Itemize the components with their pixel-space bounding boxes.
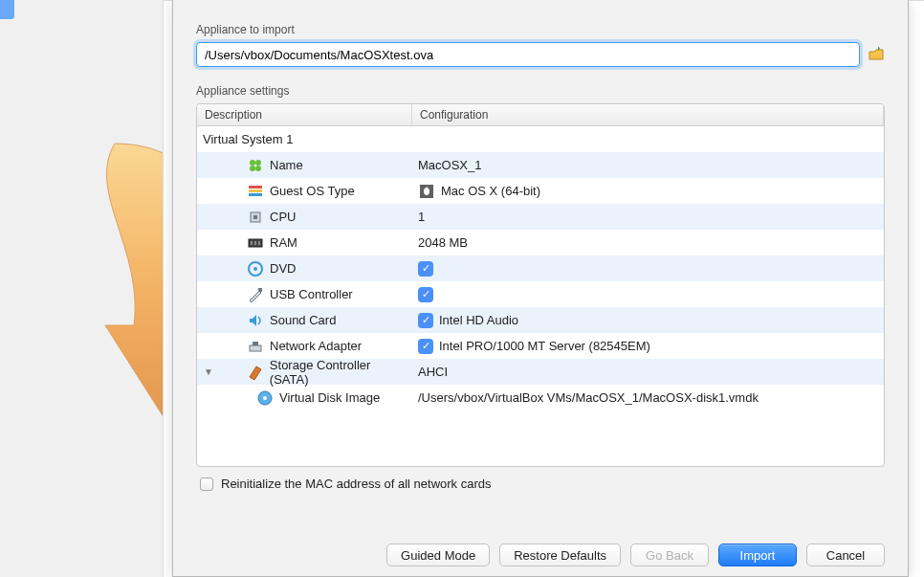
svg-rect-6	[249, 193, 262, 196]
row-configuration: 1	[418, 210, 425, 224]
row-configuration: Mac OS X (64-bit)	[441, 184, 540, 198]
ram-icon	[247, 234, 264, 252]
go-back-button: Go Back	[630, 544, 709, 566]
reinitialize-mac-label: Reinitialize the MAC address of all netw…	[221, 477, 492, 491]
row-description: Guest OS Type	[270, 184, 355, 198]
import-button[interactable]: Import	[718, 544, 797, 566]
dvd-icon	[247, 260, 264, 277]
ostype-icon	[247, 183, 264, 200]
svg-rect-5	[249, 189, 262, 192]
svg-rect-18	[253, 342, 258, 345]
reinitialize-mac-checkbox[interactable]	[200, 477, 213, 491]
appliance-settings-label: Appliance settings	[196, 84, 885, 98]
guided-mode-button[interactable]: Guided Mode	[386, 544, 490, 566]
table-row[interactable]: Virtual Disk Image /Users/vbox/VirtualBo…	[197, 385, 884, 411]
sidebar-hint	[0, 0, 14, 19]
appliance-to-import-label: Appliance to import	[196, 23, 885, 36]
row-description: CPU	[270, 210, 296, 224]
svg-point-15	[253, 267, 257, 271]
browse-file-icon[interactable]	[868, 46, 885, 63]
svg-rect-4	[249, 186, 262, 189]
col-header-configuration[interactable]: Configuration	[412, 104, 884, 125]
row-description: RAM	[270, 235, 297, 250]
svg-rect-12	[254, 241, 256, 245]
svg-point-2	[250, 166, 255, 171]
table-row[interactable]: RAM 2048 MB	[197, 230, 884, 255]
row-configuration: 2048 MB	[418, 235, 468, 250]
clover-icon	[247, 157, 264, 174]
row-description: DVD	[270, 261, 296, 276]
sound-icon	[247, 312, 264, 329]
table-row[interactable]: Guest OS Type Mac OS X (64-bit)	[197, 178, 884, 204]
row-description: Network Adapter	[270, 339, 362, 353]
group-label: Virtual System 1	[203, 132, 293, 146]
table-row[interactable]: Name MacOSX_1	[197, 152, 884, 178]
table-row[interactable]: DVD ✓	[197, 255, 884, 281]
svg-rect-17	[250, 345, 261, 351]
disk-icon	[256, 389, 274, 407]
row-configuration: Intel HD Audio	[439, 313, 518, 327]
svg-point-0	[250, 160, 255, 166]
table-row[interactable]: ▼ Storage Controller (SATA) AHCI	[197, 359, 884, 385]
col-header-description[interactable]: Description	[197, 104, 412, 125]
disclosure-triangle-icon[interactable]: ▼	[203, 366, 214, 377]
svg-rect-13	[258, 241, 260, 245]
row-description: USB Controller	[270, 287, 353, 301]
row-description: Sound Card	[270, 313, 336, 327]
table-group-row[interactable]: Virtual System 1	[197, 132, 412, 146]
table-row[interactable]: Sound Card ✓ Intel HD Audio	[197, 307, 884, 333]
import-appliance-dialog: Appliance to import Appliance settings D…	[172, 0, 909, 577]
row-description: Virtual Disk Image	[279, 390, 380, 405]
storage-icon	[247, 364, 264, 381]
svg-point-20	[263, 396, 267, 400]
table-row[interactable]: Network Adapter ✓ Intel PRO/1000 MT Serv…	[197, 333, 884, 359]
cpu-icon	[247, 209, 264, 226]
row-configuration: /Users/vbox/VirtualBox VMs/MacOSX_1/MacO…	[418, 390, 759, 405]
row-configuration: MacOSX_1	[418, 158, 481, 172]
net-icon	[247, 338, 264, 355]
svg-rect-16	[258, 288, 262, 292]
svg-rect-11	[251, 241, 253, 245]
svg-point-3	[255, 166, 261, 171]
svg-rect-9	[253, 215, 257, 219]
row-description: Name	[270, 158, 303, 172]
settings-table: Description Configuration Virtual System…	[196, 103, 885, 467]
apple-icon	[418, 183, 435, 200]
dialog-button-bar: Guided Mode Restore Defaults Go Back Imp…	[173, 544, 908, 566]
appliance-path-input[interactable]	[196, 42, 860, 67]
config-checkbox-icon[interactable]: ✓	[418, 287, 433, 302]
config-checkbox-icon[interactable]: ✓	[418, 261, 433, 277]
row-description: Storage Controller (SATA)	[270, 358, 412, 387]
config-checkbox-icon[interactable]: ✓	[418, 313, 433, 328]
table-header: Description Configuration	[197, 104, 884, 126]
usb-icon	[247, 286, 264, 303]
row-configuration: AHCI	[418, 365, 448, 379]
table-row[interactable]: CPU 1	[197, 204, 884, 230]
config-checkbox-icon[interactable]: ✓	[418, 339, 433, 354]
restore-defaults-button[interactable]: Restore Defaults	[499, 544, 621, 566]
table-row[interactable]: USB Controller ✓	[197, 281, 884, 307]
row-configuration: Intel PRO/1000 MT Server (82545EM)	[439, 339, 650, 353]
svg-point-1	[255, 160, 261, 166]
cancel-button[interactable]: Cancel	[806, 544, 885, 566]
